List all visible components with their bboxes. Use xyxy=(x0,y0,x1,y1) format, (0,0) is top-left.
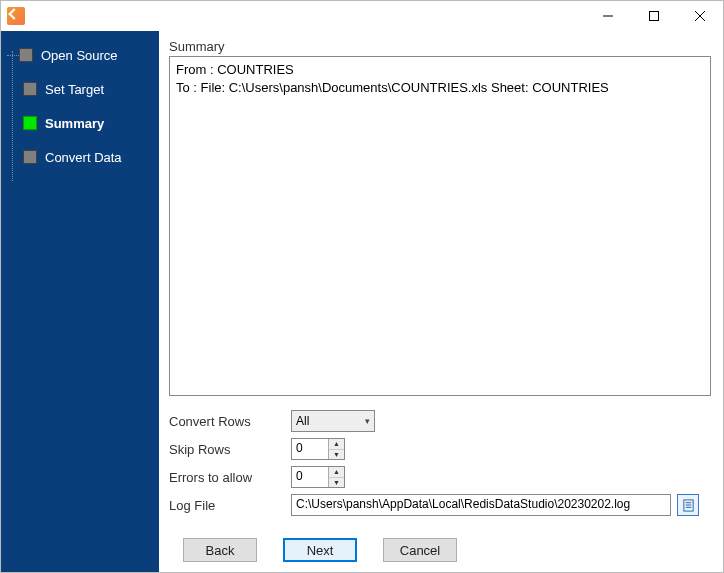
log-file-label: Log File xyxy=(169,498,291,513)
spin-down-icon[interactable]: ▼ xyxy=(329,450,344,460)
app-window: Open Source Set Target Summary Convert D… xyxy=(0,0,724,573)
close-button[interactable] xyxy=(677,1,723,31)
row-errors-allow: Errors to allow 0 ▲ ▼ xyxy=(169,466,711,488)
back-button[interactable]: Back xyxy=(183,538,257,562)
spin-up-icon[interactable]: ▲ xyxy=(329,467,344,478)
sidebar-item-label: Set Target xyxy=(45,82,104,97)
sidebar-item-label: Open Source xyxy=(41,48,118,63)
svg-rect-1 xyxy=(650,12,659,21)
step-box-icon xyxy=(23,150,37,164)
spinner: ▲ ▼ xyxy=(328,467,344,487)
sidebar: Open Source Set Target Summary Convert D… xyxy=(1,31,159,572)
step-box-icon xyxy=(23,116,37,130)
sidebar-item-convert-data[interactable]: Convert Data xyxy=(1,145,159,169)
chevron-down-icon: ▾ xyxy=(365,416,370,426)
form-area: Convert Rows All ▾ Skip Rows 0 ▲ ▼ xyxy=(169,410,711,522)
main-panel: Summary From : COUNTRIES To : File: C:\U… xyxy=(159,31,723,572)
sidebar-item-label: Summary xyxy=(45,116,104,131)
button-bar: Back Next Cancel xyxy=(169,538,711,562)
log-file-input[interactable]: C:\Users\pansh\AppData\Local\RedisDataSt… xyxy=(291,494,671,516)
minimize-button[interactable] xyxy=(585,1,631,31)
errors-allow-label: Errors to allow xyxy=(169,470,291,485)
app-icon xyxy=(7,7,25,25)
convert-rows-label: Convert Rows xyxy=(169,414,291,429)
step-box-icon xyxy=(23,82,37,96)
row-convert-rows: Convert Rows All ▾ xyxy=(169,410,711,432)
cancel-button[interactable]: Cancel xyxy=(383,538,457,562)
next-button[interactable]: Next xyxy=(283,538,357,562)
window-controls xyxy=(585,1,723,31)
skip-rows-label: Skip Rows xyxy=(169,442,291,457)
spin-up-icon[interactable]: ▲ xyxy=(329,439,344,450)
errors-allow-input[interactable]: 0 ▲ ▼ xyxy=(291,466,345,488)
errors-allow-value: 0 xyxy=(292,467,328,487)
row-skip-rows: Skip Rows 0 ▲ ▼ xyxy=(169,438,711,460)
sidebar-item-set-target[interactable]: Set Target xyxy=(1,77,159,101)
skip-rows-value: 0 xyxy=(292,439,328,459)
sidebar-item-summary[interactable]: Summary xyxy=(1,111,159,135)
maximize-button[interactable] xyxy=(631,1,677,31)
row-log-file: Log File C:\Users\pansh\AppData\Local\Re… xyxy=(169,494,711,516)
spin-down-icon[interactable]: ▼ xyxy=(329,478,344,488)
sidebar-item-label: Convert Data xyxy=(45,150,122,165)
section-title: Summary xyxy=(169,39,711,54)
sidebar-item-open-source[interactable]: Open Source xyxy=(1,43,159,67)
convert-rows-value: All xyxy=(296,414,309,428)
browse-log-button[interactable] xyxy=(677,494,699,516)
summary-textarea[interactable]: From : COUNTRIES To : File: C:\Users\pan… xyxy=(169,56,711,396)
skip-rows-input[interactable]: 0 ▲ ▼ xyxy=(291,438,345,460)
body: Open Source Set Target Summary Convert D… xyxy=(1,31,723,572)
spinner: ▲ ▼ xyxy=(328,439,344,459)
document-icon xyxy=(682,499,695,512)
convert-rows-select[interactable]: All ▾ xyxy=(291,410,375,432)
titlebar xyxy=(1,1,723,31)
step-box-icon xyxy=(19,48,33,62)
